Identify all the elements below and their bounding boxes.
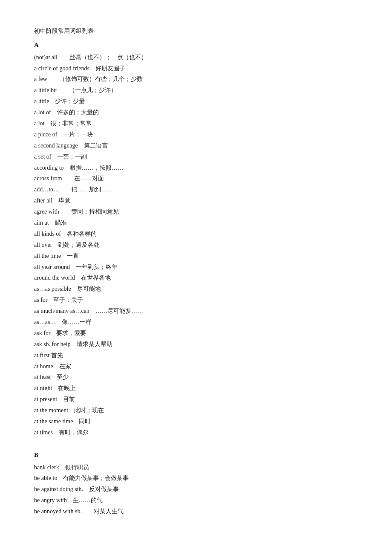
entry-0-3: a little bit （一点儿；少许） [34, 85, 358, 96]
entry-0-18: all the time 一直 [34, 251, 358, 262]
entry-0-24: as…as… 像……一样 [34, 317, 358, 328]
entry-0-11: across from 在……对面 [34, 173, 358, 184]
entry-0-27: at first 首先 [34, 350, 358, 361]
entry-0-32: at the moment 此时；现在 [34, 405, 358, 416]
entry-0-20: around the world 在世界各地 [34, 272, 358, 283]
entry-0-26: ask sb. for help 请求某人帮助 [34, 339, 358, 350]
entry-0-12: add…to… 把……加到…… [34, 184, 358, 195]
entry-0-19: all year around 一年到头；终年 [34, 262, 358, 273]
entry-1-2: be against doing sth. 反对做某事 [34, 484, 358, 495]
entry-0-14: agree with 赞同；持相同意见 [34, 206, 358, 217]
entry-0-0: (not)at all 丝毫（也不）；一点（也不） [34, 52, 358, 63]
entry-0-5: a lot of 许多的；大量的 [34, 107, 358, 118]
entry-0-28: at home 在家 [34, 361, 358, 372]
entry-0-10: according to 根据……，按照…… [34, 162, 358, 173]
entry-1-0: bank clerk 银行职员 [34, 462, 358, 473]
entry-0-8: a second language 第二语言 [34, 140, 358, 151]
entry-0-6: a lot 很；非常；常常 [34, 118, 358, 129]
entry-0-31: at present 目前 [34, 394, 358, 405]
entry-0-25: ask for 要求，索要 [34, 328, 358, 339]
entry-0-15: aim at 瞄准 [34, 217, 358, 228]
entry-0-16: all kinds of 各种各样的 [34, 228, 358, 240]
entry-0-30: at night 在晚上 [34, 383, 358, 394]
entry-1-4: be annoyed with sb. 对某人生气 [34, 506, 358, 517]
entry-0-34: at times 有时，偶尔 [34, 427, 358, 438]
entry-0-17: all over 到处；遍及各处 [34, 240, 358, 251]
entry-0-1: a circle of good friends 好朋友圈子 [34, 63, 358, 74]
entry-0-23: as much/many as…can ……尽可能多…… [34, 306, 358, 317]
entry-0-9: a set of 一套；一副 [34, 151, 358, 162]
entry-0-21: as…as possible 尽可能地 [34, 283, 358, 295]
entry-0-29: at least 至少 [34, 372, 358, 383]
entry-0-22: as for 至于；关于 [34, 295, 358, 306]
page-title: 初中阶段常用词组列表 [34, 26, 358, 37]
entry-0-13: after all 毕竟 [34, 195, 358, 206]
section-header-b: B [34, 449, 358, 461]
entry-0-7: a piece of 一片；一块 [34, 129, 358, 140]
section-header-a: A [34, 39, 358, 51]
entry-0-33: at the same time 同时 [34, 416, 358, 427]
entry-0-2: a few （修饰可数）有些；几个；少数 [34, 74, 358, 85]
entry-0-4: a little 少许；少量 [34, 96, 358, 107]
entry-1-3: be angry with 生……的气 [34, 495, 358, 506]
entry-1-1: be able to 有能力做某事；会做某事 [34, 473, 358, 484]
